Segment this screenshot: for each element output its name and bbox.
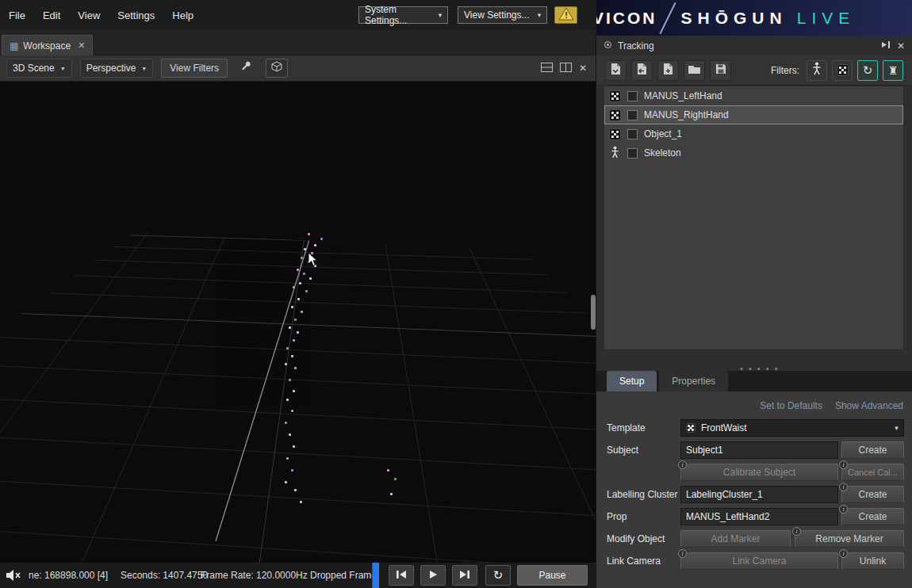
list-item-object-1[interactable]: Object_1	[604, 124, 903, 143]
view-filters-button[interactable]: View Filters	[161, 59, 228, 78]
add-marker-button[interactable]: Add Marker	[680, 530, 791, 548]
template-dropdown[interactable]: FrontWaist ▼	[680, 419, 904, 437]
filter-rigid-bodies-button[interactable]: ↻	[857, 60, 878, 81]
checkbox[interactable]	[627, 148, 638, 158]
menu-view[interactable]: View	[69, 0, 109, 30]
workspace-tab-label: Workspace	[23, 40, 71, 52]
dice-icon	[609, 128, 621, 140]
create-cluster-button[interactable]: i Create	[841, 486, 904, 503]
checkbox[interactable]	[627, 110, 638, 120]
audio-muted-icon[interactable]	[4, 569, 21, 584]
subject-label: Subject	[607, 445, 638, 456]
save-button[interactable]	[710, 60, 731, 81]
svg-text:!: !	[565, 10, 568, 20]
skip-forward-button[interactable]	[452, 565, 477, 586]
skip-back-button[interactable]	[389, 565, 414, 586]
labelling-cluster-input[interactable]: LabelingCluster_1	[680, 486, 838, 503]
filters-label: Filters:	[771, 65, 802, 76]
chevron-down-icon: ▼	[437, 12, 443, 19]
list-item-label: MANUS_LeftHand	[644, 90, 722, 101]
warning-icon: !	[558, 7, 574, 23]
floor-grid	[0, 82, 596, 563]
list-item-manus-righthand[interactable]: MANUS_RightHand	[604, 105, 903, 124]
list-item-label: Skeleton	[644, 147, 681, 158]
close-view-icon[interactable]: ✕	[579, 63, 587, 74]
system-settings-label: System Settings...	[365, 4, 437, 26]
show-advanced-link[interactable]: Show Advanced	[835, 400, 903, 411]
create-subject-button[interactable]: Create	[841, 441, 904, 459]
person-icon	[609, 146, 621, 161]
remove-marker-button[interactable]: i Remove Marker	[795, 530, 904, 548]
info-icon: i	[839, 460, 848, 469]
frame-counter: ne: 168898.000 [4]	[29, 570, 108, 581]
vicon-logo: VICON	[596, 9, 657, 28]
prop-input[interactable]: MANUS_LeftHand2	[680, 508, 838, 525]
shogun-wordmark: SHŌGUN	[681, 9, 787, 28]
person-icon	[812, 62, 822, 78]
brand-logo: VICON SHŌGUN LIVE	[596, 0, 912, 36]
dice-icon	[609, 90, 621, 102]
play-button[interactable]	[420, 565, 446, 586]
workspace-tab-close-icon[interactable]: ✕	[78, 40, 85, 51]
view-settings-label: View Settings...	[464, 10, 530, 21]
info-icon: i	[792, 527, 801, 536]
tracking-panel-title: Tracking	[618, 40, 654, 52]
set-to-defaults-link[interactable]: Set to Defaults	[760, 400, 822, 411]
checkbox[interactable]	[627, 91, 638, 101]
info-icon: i	[678, 460, 687, 469]
link-camera-button[interactable]: i Link Camera	[680, 552, 838, 570]
timeline-position-indicator[interactable]	[372, 563, 379, 588]
close-panel-icon[interactable]: ✕	[897, 40, 905, 52]
warning-button[interactable]: !	[554, 6, 577, 24]
open-folder-button[interactable]	[684, 60, 705, 81]
3d-scene-viewport[interactable]	[0, 82, 596, 563]
system-settings-dropdown[interactable]: System Settings... ▼	[358, 6, 448, 24]
menu-edit[interactable]: Edit	[34, 0, 69, 30]
chevron-down-icon: ▼	[60, 66, 66, 71]
calibrate-subject-button[interactable]: i Calibrate Subject	[680, 464, 838, 481]
create-prop-button[interactable]: i Create	[841, 508, 904, 525]
loop-button[interactable]: ↻	[485, 565, 511, 586]
filter-objects-button[interactable]	[832, 60, 853, 81]
filter-props-button[interactable]: ♜	[883, 60, 903, 81]
subject-input[interactable]: Subject1	[680, 441, 838, 459]
scene-type-dropdown[interactable]: 3D Scene ▼	[6, 59, 72, 78]
load-file-button[interactable]	[605, 60, 627, 81]
menu-help[interactable]: Help	[163, 0, 202, 30]
scene-type-label: 3D Scene	[13, 63, 55, 74]
unlink-button[interactable]: i Unlink	[841, 552, 904, 570]
filter-skeletons-button[interactable]	[807, 60, 827, 81]
merge-file-button[interactable]	[657, 60, 679, 81]
projection-label: Perspective	[86, 63, 136, 74]
brand-slash-divider	[659, 2, 676, 33]
dropped-frames: Dropped Frame	[310, 570, 377, 581]
modify-object-label: Modify Object	[607, 533, 665, 544]
view-settings-dropdown[interactable]: View Settings... ▼	[458, 6, 547, 24]
dice-icon	[837, 64, 849, 76]
projection-dropdown[interactable]: Perspective ▼	[80, 59, 154, 78]
tool-button[interactable]	[236, 59, 258, 78]
tab-workspace[interactable]: ▦ Workspace ✕	[2, 35, 93, 55]
tab-properties[interactable]: Properties	[659, 371, 728, 391]
undock-panel-icon[interactable]	[881, 40, 891, 52]
menu-bar: File Edit View Settings Help System Sett…	[0, 0, 596, 30]
cancel-calibration-button[interactable]: i Cancel Cal...	[841, 464, 904, 481]
import-file-button[interactable]	[631, 60, 653, 81]
chevron-down-icon: ▼	[890, 425, 903, 432]
rook-icon: ♜	[888, 64, 899, 77]
frame-rate: Frame Rate: 120.0000Hz	[201, 570, 308, 581]
list-item-manus-lefthand[interactable]: MANUS_LeftHand	[604, 86, 903, 105]
split-horizontal-icon[interactable]	[541, 61, 553, 75]
tab-setup[interactable]: Setup	[607, 371, 657, 391]
split-vertical-icon[interactable]	[560, 61, 572, 75]
menu-settings[interactable]: Settings	[109, 0, 163, 30]
checkbox[interactable]	[627, 129, 638, 139]
prop-label: Prop	[607, 511, 627, 522]
menu-file[interactable]: File	[0, 0, 34, 30]
cube-icon	[271, 61, 282, 75]
cube-view-button[interactable]	[266, 59, 288, 78]
list-item-skeleton[interactable]: Skeleton	[604, 143, 903, 162]
seconds-counter: Seconds: 1407.4750	[121, 570, 208, 581]
scene-toolbar: 3D Scene ▼ Perspective ▼ View Filters ✕	[0, 55, 596, 82]
pause-button[interactable]: Pause	[517, 565, 588, 586]
